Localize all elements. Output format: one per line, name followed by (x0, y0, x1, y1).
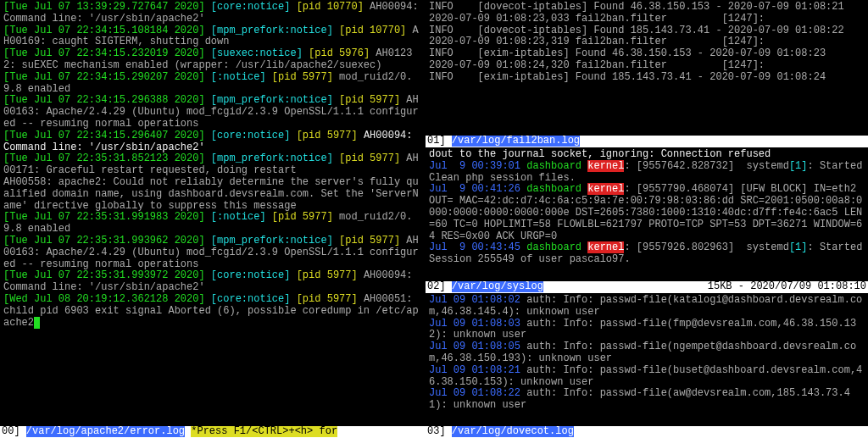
log-body-syslog: dout to the journal socket, ignoring: Co… (426, 147, 868, 266)
status-index: 01] (427, 136, 446, 147)
log-seg: [pid 5977] (297, 293, 358, 305)
pane-syslog[interactable]: dout to the journal socket, ignoring: Co… (426, 147, 868, 293)
log-seg (205, 130, 211, 141)
log-line: AH00558: apache2: Could not reliably det… (3, 177, 422, 212)
log-seg: [mpm_prefork:notice] (211, 235, 333, 247)
log-seg: dashboard (520, 241, 587, 253)
log-seg: [core:notice] (211, 130, 291, 141)
log-seg: Jul 09 01:08:22 (429, 387, 520, 399)
log-seg: [pid 5977] (272, 211, 333, 223)
log-seg: [mpm_prefork:notice] (211, 25, 333, 36)
log-seg (205, 1, 211, 13)
log-seg (290, 293, 296, 305)
log-seg: [mpm_prefork:notice] (211, 152, 333, 164)
log-seg: [Tue Jul 07 22:35:31.991983 2020] (3, 211, 205, 223)
log-seg: [core:notice] (211, 293, 291, 305)
log-seg (266, 71, 272, 83)
log-seg: [Tue Jul 07 22:34:15.108184 2020] (3, 25, 205, 36)
status-index: 00] (2, 426, 20, 437)
log-seg: 2020-07-09 01:08:23,033 fail2ban.filter … (429, 13, 765, 25)
log-seg: INFO [dovecot-iptables] Found 185.143.73… (429, 25, 844, 36)
status-path: /var/log/apache2/error.log (26, 426, 185, 437)
log-line: INFO [dovecot-iptables] Found 46.38.150.… (429, 2, 865, 14)
log-seg: 2020-07-09 01:08:24,320 fail2ban.filter … (429, 59, 765, 71)
log-seg: Jul 09 01:08:03 (429, 318, 520, 330)
log-seg: [pid 5977] (339, 152, 400, 164)
log-seg: Jul 9 00:41:26 (429, 183, 520, 195)
log-line: Jul 09 01:08:21 auth: Info: passwd-file(… (429, 365, 865, 389)
log-seg: [pid 5977] (339, 94, 400, 106)
log-seg (34, 317, 40, 329)
log-seg: [pid 5977] (297, 269, 358, 281)
log-seg (205, 269, 211, 281)
log-line: dout to the journal socket, ignoring: Co… (429, 149, 865, 161)
status-path: /var/log/fail2ban.log (452, 136, 580, 147)
log-line: Jul 09 01:08:02 auth: Info: passwd-file(… (429, 295, 865, 319)
pane-dovecot[interactable]: Jul 09 01:08:02 auth: Info: passwd-file(… (426, 293, 868, 438)
log-seg: [pid 10770] (297, 1, 364, 13)
log-seg: INFO [exim-iptables] Found 46.38.150.153… (429, 47, 826, 59)
status-path: /var/log/dovecot.log (452, 426, 574, 437)
log-line: [Tue Jul 07 22:34:15.290207 2020] [:noti… (3, 72, 422, 96)
log-seg: [Tue Jul 07 22:35:31.993972 2020] (3, 269, 205, 281)
log-seg: [Tue Jul 07 13:39:29.727647 2020] (3, 1, 205, 13)
log-seg: kernel (587, 183, 624, 195)
log-line: [Tue Jul 07 13:39:29.727647 2020] [core:… (3, 2, 422, 25)
log-line: Jul 9 00:43:45 dashboard kernel: [955792… (429, 242, 865, 266)
log-seg: [pid 5977] (339, 235, 400, 247)
status-extra: 15KB - 2020/07/09 01:08:10 (708, 281, 866, 293)
log-seg: kernel (587, 160, 624, 172)
log-seg (205, 25, 211, 36)
status-bar-dovecot: 03] /var/log/dovecot.log (426, 426, 868, 438)
log-line: [Tue Jul 07 22:35:31.993962 2020] [mpm_p… (3, 236, 422, 270)
log-line: 2020-07-09 01:08:24,320 fail2ban.filter … (429, 60, 865, 72)
log-seg (333, 94, 339, 106)
log-line: [Tue Jul 07 22:34:15.296388 2020] [mpm_p… (3, 95, 422, 130)
log-body-apache: [Tue Jul 07 13:39:29.727647 2020] [core:… (0, 0, 426, 330)
log-seg (266, 211, 272, 223)
log-seg (205, 47, 211, 59)
log-seg: 2020-07-09 01:08:23,319 fail2ban.filter … (429, 36, 765, 47)
log-line: [Tue Jul 07 22:34:15.296407 2020] [core:… (3, 130, 422, 154)
log-seg: INFO [dovecot-iptables] Found 46.38.150.… (429, 1, 844, 13)
log-line: INFO [exim-iptables] Found 46.38.150.153… (429, 48, 865, 60)
status-path: /var/log/syslog (452, 281, 543, 292)
log-seg: dashboard (520, 183, 587, 195)
log-seg: : [9557642.828732] systemd (624, 160, 788, 172)
pane-fail2ban[interactable]: INFO [dovecot-iptables] Found 46.38.150.… (426, 0, 868, 147)
multitail-view: [Tue Jul 07 13:39:29.727647 2020] [core:… (0, 0, 868, 438)
log-seg: [pid 5976] (309, 47, 370, 59)
log-seg: [Tue Jul 07 22:34:15.232019 2020] (3, 47, 205, 59)
status-help: *Press F1/<CTRL>+<h> for (191, 426, 337, 437)
log-seg (205, 235, 211, 247)
pane-right-stack: INFO [dovecot-iptables] Found 46.38.150.… (426, 0, 868, 438)
log-seg (303, 47, 309, 59)
log-body-dovecot: Jul 09 01:08:02 auth: Info: passwd-file(… (426, 293, 868, 412)
log-seg: dashboard (520, 160, 587, 172)
log-seg (205, 293, 211, 305)
log-seg: [Tue Jul 07 22:35:31.993962 2020] (3, 235, 205, 247)
log-seg: [1] (789, 241, 808, 253)
status-index: 02] (427, 281, 446, 292)
log-seg (290, 269, 296, 281)
log-seg (205, 152, 211, 164)
status-bar-syslog: 02] /var/log/syslog 15KB - 2020/07/09 01… (426, 281, 868, 293)
log-seg (333, 152, 339, 164)
log-seg: [1] (789, 160, 808, 172)
pane-apache-error[interactable]: [Tue Jul 07 13:39:29.727647 2020] [core:… (0, 0, 426, 438)
log-seg: [Wed Jul 08 20:19:12.362128 2020] (3, 293, 205, 305)
log-seg: Jul 09 01:08:05 (429, 341, 520, 352)
log-line: 2020-07-09 01:08:23,033 fail2ban.filter … (429, 14, 865, 25)
log-seg: [pid 10770] (339, 25, 406, 36)
log-seg: [mpm_prefork:notice] (211, 94, 333, 106)
log-seg: kernel (587, 241, 624, 253)
log-line: [Tue Jul 07 22:35:31.852123 2020] [mpm_p… (3, 153, 422, 177)
log-seg (290, 130, 296, 141)
log-line: [Wed Jul 08 20:19:12.362128 2020] [core:… (3, 294, 422, 329)
log-line: [Tue Jul 07 22:34:15.108184 2020] [mpm_p… (3, 25, 422, 49)
log-seg: Jul 9 00:43:45 (429, 241, 520, 253)
log-seg: [suexec:notice] (211, 47, 303, 59)
log-seg: [:notice] (211, 71, 266, 83)
status-bar-fail2ban: 01] /var/log/fail2ban.log (426, 136, 868, 147)
log-seg: Jul 9 00:39:01 (429, 160, 520, 172)
